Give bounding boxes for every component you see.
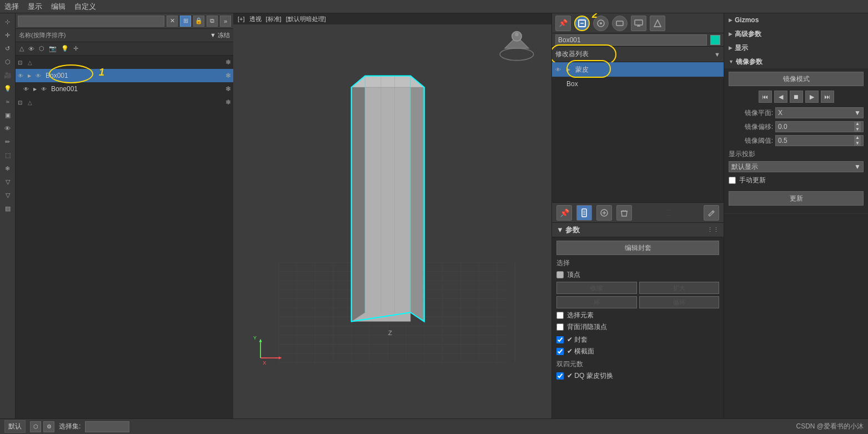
nav-next[interactable]: ▶ (805, 91, 819, 103)
display-header[interactable]: ▶ 显示 (724, 41, 868, 54)
display-btn[interactable] (631, 16, 646, 31)
modify-btn[interactable]: 2 (574, 16, 590, 31)
offset-down[interactable]: ▼ (854, 127, 861, 132)
tool-rotate[interactable]: ↺ (2, 42, 14, 54)
menu-select[interactable]: 选择 (4, 2, 19, 12)
far-right-panel: ▶ Gizmos ▶ 高级参数 ▶ 显示 ▼ 镜像参数 (724, 13, 868, 418)
pin-btn[interactable]: 📌 (555, 16, 571, 31)
vertices-checkbox[interactable] (556, 271, 564, 278)
mirror-plane-dropdown[interactable]: X ▼ (775, 107, 864, 118)
tool-move[interactable]: ✛ (2, 29, 14, 41)
icon-eye[interactable]: 👁 (27, 44, 36, 53)
loop-btn[interactable]: 循环 (639, 296, 720, 308)
tool-polygon[interactable]: ▣ (2, 109, 14, 121)
mirror-threshold-value[interactable]: 0.5 ▲ ▼ (775, 135, 864, 146)
icon-camera2[interactable]: 📷 (47, 44, 58, 53)
select-element-checkbox[interactable] (556, 312, 564, 319)
mirror-mode-btn[interactable]: 镜像模式 (729, 72, 864, 86)
icon-light2[interactable]: 💡 (59, 44, 71, 53)
hierarchy-btn[interactable] (593, 16, 609, 31)
envelope-checkbox[interactable] (556, 336, 564, 343)
bottom-config-btn[interactable]: ⚙ (43, 421, 54, 432)
skin-name: 蒙皮 (575, 65, 720, 74)
tool-scale[interactable]: ⬡ (2, 56, 14, 68)
mirror-params-header[interactable]: ▼ 镜像参数 (724, 55, 868, 68)
scene-item-bone001[interactable]: 👁 ▶ 👁 Bone001 ❄ (16, 82, 233, 96)
tool-eye[interactable]: 👁 (2, 122, 14, 134)
object-color-swatch[interactable] (710, 35, 720, 45)
nav-stop[interactable]: ⏹ (790, 91, 803, 103)
advanced-params-header[interactable]: ▶ 高级参数 (724, 27, 868, 41)
menu-custom[interactable]: 自定义 (74, 2, 96, 12)
icon-geometry[interactable]: △ (18, 44, 26, 53)
mirror-offset-value[interactable]: 0.0 ▲ ▼ (775, 121, 864, 132)
viewport[interactable]: [+] 透视 [标准] [默认明暗处理] (233, 13, 551, 418)
vp-shading[interactable]: [默认明暗处理] (286, 15, 326, 23)
threshold-up[interactable]: ▲ (854, 135, 861, 141)
bottom-layers-btn[interactable]: ⬡ (30, 421, 41, 432)
tool-camera[interactable]: 🎥 (2, 69, 14, 81)
layer2-freeze: ❄ (225, 98, 231, 106)
pin-modifier-btn[interactable]: 📌 (556, 205, 572, 221)
tool-frame[interactable]: ▤ (2, 202, 14, 214)
scene-expand-btn[interactable]: » (220, 16, 231, 27)
scene-lock-btn[interactable]: 🔒 (193, 16, 204, 27)
mirror-plane-value: X (778, 109, 782, 117)
nav-prev[interactable]: ◀ (774, 91, 787, 103)
nav-next-next[interactable]: ⏭ (821, 91, 834, 103)
tool-wave[interactable]: ≈ (2, 96, 14, 108)
update-btn[interactable]: 更新 (729, 191, 864, 206)
gizmos-header[interactable]: ▶ Gizmos (724, 13, 868, 27)
threshold-down[interactable]: ▼ (854, 141, 861, 146)
scene-filter-btn[interactable]: ⊞ (180, 16, 191, 27)
configure-btn[interactable] (576, 205, 592, 221)
dq-checkbox[interactable] (556, 372, 564, 380)
icon-shapes[interactable]: ⬡ (37, 44, 46, 53)
gizmos-title: Gizmos (735, 16, 759, 24)
dual-quat-label: 双四元数 (556, 360, 719, 369)
tool-filter2[interactable]: ▽ (2, 189, 14, 201)
motion-btn[interactable] (612, 16, 628, 31)
scene-more-btn[interactable]: ⧉ (207, 16, 218, 27)
tool-select[interactable]: ⊹ (2, 16, 14, 28)
vp-perspective[interactable]: 透视 (249, 15, 262, 23)
delete-modifier-btn[interactable] (616, 205, 632, 221)
default-show-dropdown[interactable]: 默认显示 ▼ (729, 161, 864, 172)
tool-grid[interactable]: ⬚ (2, 149, 14, 161)
modifier-skin[interactable]: 👁 ▶ 蒙皮 4 (552, 62, 724, 77)
ring-btn[interactable]: 环 (556, 296, 637, 308)
offset-up[interactable]: ▲ (854, 121, 861, 127)
edit-modifier-btn[interactable] (704, 205, 719, 221)
scene-delete-btn[interactable]: ✕ (167, 16, 178, 27)
scene-item-box001[interactable]: 👁 ▶ 👁 Box001 ❄ 1 (16, 69, 233, 82)
instance-btn[interactable] (596, 205, 612, 221)
vp-plus[interactable]: [+] (238, 16, 245, 22)
object-name-input[interactable] (555, 34, 707, 46)
scene-item-layer2[interactable]: ⊡ △ ❄ (16, 96, 233, 109)
select-set-input[interactable] (85, 421, 129, 432)
tool-light[interactable]: 💡 (2, 82, 14, 94)
expand-btn[interactable]: 扩大 (639, 282, 720, 294)
scene-item-layer[interactable]: ⊡ △ ❄ (16, 56, 233, 69)
scene-search-input[interactable] (18, 16, 164, 27)
nav-prev-prev[interactable]: ⏮ (759, 91, 772, 103)
menu-edit[interactable]: 编辑 (51, 2, 66, 12)
vp-standard[interactable]: [标准] (266, 15, 282, 23)
tool-filter[interactable]: ▽ (2, 176, 14, 188)
tool-snow[interactable]: ❄ (2, 162, 14, 174)
modifier-box[interactable]: Box (552, 77, 724, 91)
utilities-btn[interactable] (650, 16, 665, 31)
tool-paint[interactable]: ✏ (2, 136, 14, 148)
cross-section-checkbox[interactable] (556, 348, 564, 355)
viewport-nav-cube[interactable] (499, 27, 535, 63)
shrink-btn[interactable]: 收缩 (556, 282, 637, 294)
icon-helper[interactable]: ✛ (72, 44, 80, 53)
edit-envelope-btn[interactable]: 编辑封套 (556, 241, 719, 255)
box-name: Box (566, 80, 720, 88)
mode-label[interactable]: 默认 (4, 420, 26, 433)
cross-section-label: ✔ 横截面 (567, 347, 594, 356)
backface-checkbox[interactable] (556, 323, 564, 331)
manual-update-checkbox[interactable] (729, 177, 736, 184)
modifier-list-dropdown[interactable]: ▼ (714, 51, 720, 58)
menu-display[interactable]: 显示 (28, 2, 42, 12)
